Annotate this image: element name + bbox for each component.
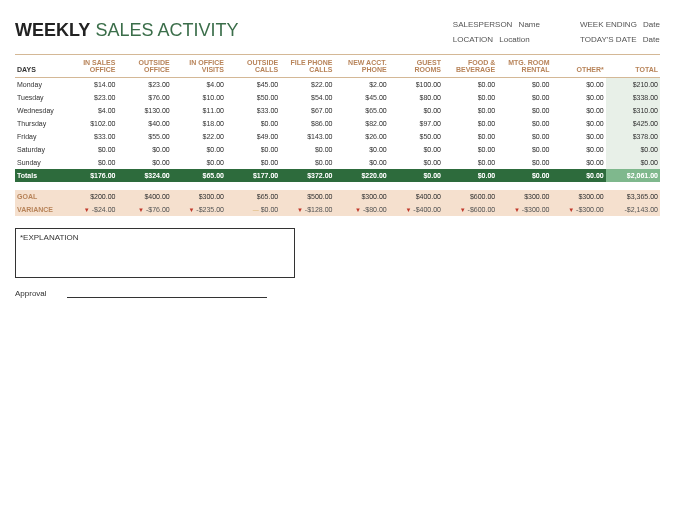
summary-cell[interactable]: -$128.00	[280, 203, 334, 216]
summary-cell[interactable]: $0.00	[443, 169, 497, 182]
summary-cell[interactable]: $324.00	[117, 169, 171, 182]
value-cell[interactable]: $0.00	[172, 143, 226, 156]
summary-cell[interactable]: $2,061.00	[606, 169, 660, 182]
value-cell[interactable]: $0.00	[389, 156, 443, 169]
summary-cell[interactable]: -$76.00	[117, 203, 171, 216]
value-cell[interactable]: $45.00	[226, 78, 280, 92]
summary-cell[interactable]: $176.00	[63, 169, 117, 182]
value-cell[interactable]: $0.00	[63, 156, 117, 169]
summary-cell[interactable]: $65.00	[172, 169, 226, 182]
summary-cell[interactable]: -$24.00	[63, 203, 117, 216]
value-cell[interactable]: $0.00	[443, 91, 497, 104]
summary-cell[interactable]: -$600.00	[443, 203, 497, 216]
value-cell[interactable]: $22.00	[172, 130, 226, 143]
value-cell[interactable]: $0.00	[443, 156, 497, 169]
value-cell[interactable]: $0.00	[606, 156, 660, 169]
value-cell[interactable]: $0.00	[117, 156, 171, 169]
value-cell[interactable]: $33.00	[63, 130, 117, 143]
summary-cell[interactable]: $65.00	[226, 190, 280, 203]
summary-cell[interactable]: $400.00	[117, 190, 171, 203]
value-cell[interactable]: $0.00	[551, 156, 605, 169]
explanation-box[interactable]: *EXPLANATION	[15, 228, 295, 278]
value-cell[interactable]: $0.00	[117, 143, 171, 156]
summary-cell[interactable]: -$300.00	[551, 203, 605, 216]
value-cell[interactable]: $0.00	[334, 156, 388, 169]
value-cell[interactable]: $40.00	[117, 117, 171, 130]
summary-cell[interactable]: $200.00	[63, 190, 117, 203]
value-cell[interactable]: $26.00	[334, 130, 388, 143]
value-cell[interactable]: $0.00	[497, 143, 551, 156]
value-cell[interactable]: $0.00	[551, 130, 605, 143]
value-cell[interactable]: $425.00	[606, 117, 660, 130]
value-cell[interactable]: $80.00	[389, 91, 443, 104]
summary-cell[interactable]: $0.00	[551, 169, 605, 182]
summary-cell[interactable]: -$400.00	[389, 203, 443, 216]
value-cell[interactable]: $23.00	[117, 78, 171, 92]
value-cell[interactable]: $102.00	[63, 117, 117, 130]
value-cell[interactable]: $0.00	[63, 143, 117, 156]
summary-cell[interactable]: $0.00	[497, 169, 551, 182]
day-cell[interactable]: Thursday	[15, 117, 63, 130]
value-cell[interactable]: $210.00	[606, 78, 660, 92]
value-cell[interactable]: $0.00	[497, 156, 551, 169]
value-cell[interactable]: $0.00	[226, 156, 280, 169]
value-cell[interactable]: $18.00	[172, 117, 226, 130]
value-cell[interactable]: $4.00	[63, 104, 117, 117]
value-cell[interactable]: $0.00	[497, 130, 551, 143]
value-cell[interactable]: $0.00	[443, 117, 497, 130]
value-cell[interactable]: $50.00	[389, 130, 443, 143]
value-cell[interactable]: $0.00	[443, 143, 497, 156]
value-cell[interactable]: $23.00	[63, 91, 117, 104]
value-cell[interactable]: $143.00	[280, 130, 334, 143]
value-cell[interactable]: $0.00	[551, 78, 605, 92]
value-cell[interactable]: $0.00	[443, 104, 497, 117]
value-cell[interactable]: $130.00	[117, 104, 171, 117]
value-cell[interactable]: $338.00	[606, 91, 660, 104]
value-cell[interactable]: $0.00	[443, 130, 497, 143]
value-cell[interactable]: $0.00	[443, 78, 497, 92]
value-cell[interactable]: $310.00	[606, 104, 660, 117]
value-cell[interactable]: $0.00	[497, 91, 551, 104]
day-cell[interactable]: Tuesday	[15, 91, 63, 104]
summary-cell[interactable]: $600.00	[443, 190, 497, 203]
summary-cell[interactable]: $400.00	[389, 190, 443, 203]
value-cell[interactable]: $50.00	[226, 91, 280, 104]
summary-cell[interactable]: -$235.00	[172, 203, 226, 216]
value-cell[interactable]: $22.00	[280, 78, 334, 92]
value-cell[interactable]: $4.00	[172, 78, 226, 92]
day-cell[interactable]: Wednesday	[15, 104, 63, 117]
value-cell[interactable]: $100.00	[389, 78, 443, 92]
value-cell[interactable]: $0.00	[334, 143, 388, 156]
summary-cell[interactable]: -$2,143.00	[606, 203, 660, 216]
summary-cell[interactable]: $372.00	[280, 169, 334, 182]
summary-cell[interactable]: -$80.00	[334, 203, 388, 216]
summary-cell[interactable]: -$300.00	[497, 203, 551, 216]
summary-cell[interactable]: $500.00	[280, 190, 334, 203]
value-cell[interactable]: $14.00	[63, 78, 117, 92]
value-cell[interactable]: $55.00	[117, 130, 171, 143]
value-cell[interactable]: $45.00	[334, 91, 388, 104]
value-cell[interactable]: $10.00	[172, 91, 226, 104]
value-cell[interactable]: $0.00	[551, 91, 605, 104]
summary-cell[interactable]: $300.00	[334, 190, 388, 203]
value-cell[interactable]: $86.00	[280, 117, 334, 130]
value-cell[interactable]: $49.00	[226, 130, 280, 143]
value-cell[interactable]: $11.00	[172, 104, 226, 117]
summary-cell[interactable]: $300.00	[172, 190, 226, 203]
summary-cell[interactable]: $177.00	[226, 169, 280, 182]
day-cell[interactable]: Monday	[15, 78, 63, 92]
value-cell[interactable]: $2.00	[334, 78, 388, 92]
value-cell[interactable]: $378.00	[606, 130, 660, 143]
approval-line[interactable]	[67, 288, 267, 298]
value-cell[interactable]: $0.00	[497, 78, 551, 92]
day-cell[interactable]: Sunday	[15, 156, 63, 169]
value-cell[interactable]: $0.00	[551, 117, 605, 130]
value-cell[interactable]: $0.00	[497, 117, 551, 130]
value-cell[interactable]: $67.00	[280, 104, 334, 117]
value-cell[interactable]: $82.00	[334, 117, 388, 130]
value-cell[interactable]: $54.00	[280, 91, 334, 104]
value-cell[interactable]: $65.00	[334, 104, 388, 117]
value-cell[interactable]: $0.00	[280, 143, 334, 156]
value-cell[interactable]: $0.00	[606, 143, 660, 156]
summary-cell[interactable]: $0.00	[226, 203, 280, 216]
